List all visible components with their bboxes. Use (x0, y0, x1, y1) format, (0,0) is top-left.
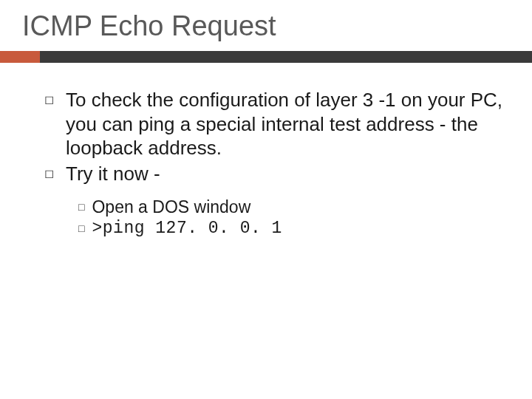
slide-body: ◻ To check the configuration of layer 3 … (0, 63, 532, 238)
bullet-text: Try it now - (66, 162, 160, 186)
bullet-text: To check the configuration of layer 3 -1… (66, 88, 510, 160)
sub-item: □ >ping 127. 0. 0. 1 (78, 219, 510, 238)
accent-block-orange (0, 51, 40, 63)
slide-title: ICMP Echo Request (0, 0, 532, 51)
title-underline (0, 51, 532, 63)
sub-text: Open a DOS window (92, 197, 250, 217)
bullet-icon: ◻ (44, 92, 54, 160)
bullet-item: ◻ To check the configuration of layer 3 … (44, 88, 510, 160)
sub-list: □ Open a DOS window □ >ping 127. 0. 0. 1 (44, 187, 510, 238)
sub-bullet-icon: □ (78, 201, 84, 217)
bullet-icon: ◻ (44, 166, 54, 186)
sub-item: □ Open a DOS window (78, 197, 510, 217)
bullet-item: ◻ Try it now - (44, 162, 510, 186)
sub-bullet-icon: □ (78, 222, 84, 238)
accent-block-dark (40, 51, 532, 63)
sub-text-command: >ping 127. 0. 0. 1 (92, 219, 282, 238)
